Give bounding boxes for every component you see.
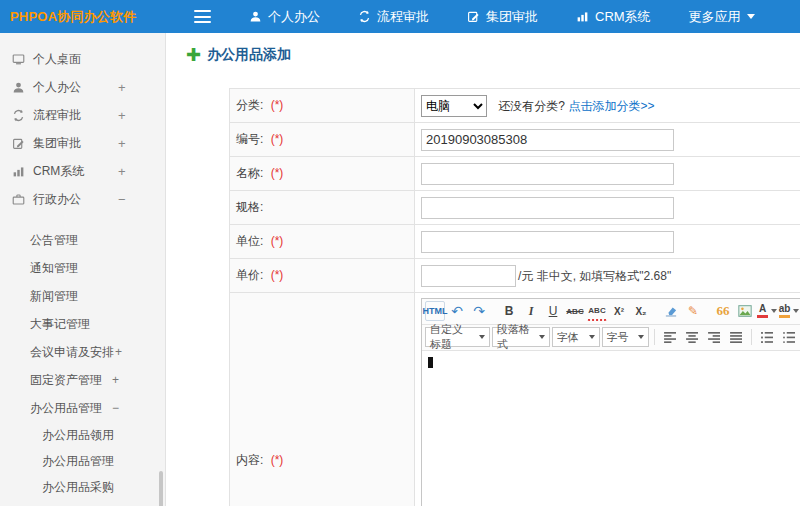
expand-toggle[interactable]: + <box>118 164 126 179</box>
insert-image-icon <box>738 305 752 317</box>
align-center-button[interactable] <box>682 327 702 347</box>
sidebar-item-label: 集团审批 <box>33 135 81 152</box>
sidebar-item-fixed-assets-mgmt[interactable]: 固定资产管理+ <box>0 366 165 394</box>
sidebar-item-label: 会议申请及安排 <box>30 345 114 359</box>
price-label-cell: 单价: (*) <box>230 259 415 293</box>
sidebar-item-office-supplies-mgmt[interactable]: 办公用品管理− <box>0 394 165 422</box>
source-button[interactable]: HTML <box>425 301 445 321</box>
form-row-category: 分类: (*) 电脑 还没有分类? 点击添加分类>> <box>230 89 800 123</box>
strikethrough-button[interactable]: ABC <box>565 301 585 321</box>
expand-toggle[interactable]: + <box>118 80 126 95</box>
sidebar-item-group-approval[interactable]: 集团审批 + <box>0 129 165 157</box>
form-row-content: 内容: (*) HTML ↶ ↷ B I U ABC ABC <box>230 293 800 506</box>
add-category-link[interactable]: 点击添加分类>> <box>568 99 654 113</box>
field-label: 单位: <box>236 234 263 248</box>
sidebar-item-news-mgmt[interactable]: 新闻管理 <box>0 282 165 310</box>
sidebar-item-supplies-claim[interactable]: 办公用品领用 <box>0 422 165 448</box>
nav-item-crm[interactable]: CRM系统 <box>572 0 655 33</box>
undo-button[interactable]: ↶ <box>447 301 467 321</box>
italic-button[interactable]: I <box>521 301 541 321</box>
eraser-button[interactable] <box>661 301 681 321</box>
spec-input[interactable] <box>421 197 674 219</box>
sidebar-item-label: 个人桌面 <box>33 51 81 68</box>
required-mark: (*) <box>271 234 284 248</box>
category-select[interactable]: 电脑 <box>421 95 487 117</box>
sidebar-item-memorabilia-mgmt[interactable]: 大事记管理 <box>0 310 165 338</box>
eraser-icon <box>664 305 678 317</box>
nav-item-personal-office[interactable]: 个人办公 <box>245 0 324 33</box>
format-brush-button[interactable]: ✎ <box>683 301 703 321</box>
sidebar-item-admin-office[interactable]: 行政办公 − <box>0 185 165 213</box>
form-row-spec: 规格: <box>230 191 800 225</box>
font-size-select[interactable]: 字号 <box>602 327 650 347</box>
superscript-button[interactable]: X² <box>609 301 629 321</box>
sidebar-item-label: 个人办公 <box>33 79 81 96</box>
briefcase-icon <box>12 193 25 206</box>
editor-content-area[interactable] <box>422 351 800 506</box>
rich-text-editor: HTML ↶ ↷ B I U ABC ABC X² X₂ <box>421 298 800 506</box>
collapse-toggle[interactable]: − <box>118 192 126 207</box>
redo-button[interactable]: ↷ <box>469 301 489 321</box>
hamburger-menu-icon[interactable] <box>194 10 211 23</box>
expand-toggle[interactable]: + <box>118 136 126 151</box>
sidebar-item-supplies-purchase[interactable]: 办公用品采购 <box>0 474 165 500</box>
image-button[interactable] <box>735 301 755 321</box>
expand-toggle[interactable]: + <box>118 108 126 123</box>
sidebar-item-label: 办公用品领用 <box>42 428 114 442</box>
font-color-button[interactable]: A <box>757 301 777 321</box>
sidebar-item-announcement-mgmt[interactable]: 公告管理 <box>0 226 165 254</box>
nav-item-group-approval[interactable]: 集团审批 <box>463 0 542 33</box>
unit-input[interactable] <box>421 231 674 253</box>
number-input[interactable] <box>421 129 674 151</box>
nav-item-flow-approval[interactable]: 流程审批 <box>354 0 433 33</box>
sidebar-item-notice-mgmt[interactable]: 通知管理 <box>0 254 165 282</box>
align-left-button[interactable] <box>660 327 680 347</box>
form-row-name: 名称: (*) <box>230 157 800 191</box>
align-justify-button[interactable] <box>726 327 746 347</box>
dropdown-label: 段落格式 <box>497 322 533 352</box>
sidebar-item-crm[interactable]: CRM系统 + <box>0 157 165 185</box>
field-label: 编号: <box>236 132 263 146</box>
form-row-unit: 单位: (*) <box>230 225 800 259</box>
custom-title-select[interactable]: 自定义标题 <box>425 327 490 347</box>
user-icon <box>12 81 25 94</box>
expand-toggle[interactable]: + <box>112 373 119 387</box>
sidebar-item-personal-desktop[interactable]: 个人桌面 <box>0 45 165 73</box>
unordered-list-icon <box>783 332 796 343</box>
highlight-color-bar <box>779 315 790 318</box>
sidebar-item-flow-approval[interactable]: 流程审批 + <box>0 101 165 129</box>
blockquote-button[interactable]: 66 <box>713 301 733 321</box>
sidebar-item-personal-office[interactable]: 个人办公 + <box>0 73 165 101</box>
expand-toggle[interactable]: + <box>115 345 122 359</box>
bold-button[interactable]: B <box>499 301 519 321</box>
name-input[interactable] <box>421 163 674 185</box>
content-value-cell: HTML ↶ ↷ B I U ABC ABC X² X₂ <box>415 293 800 506</box>
unit-label-cell: 单位: (*) <box>230 225 415 259</box>
sidebar-item-label: 新闻管理 <box>30 289 78 303</box>
desktop-icon <box>12 53 25 66</box>
sidebar-item-supplies-manage[interactable]: 办公用品管理 <box>0 448 165 474</box>
nav-item-label: 更多应用 <box>689 8 741 26</box>
align-right-button[interactable] <box>704 327 724 347</box>
editor-toolbar-row2: 自定义标题 段落格式 字体 字号 <box>422 325 800 351</box>
sidebar-scrollbar[interactable] <box>159 471 163 506</box>
nav-item-label: 集团审批 <box>486 8 538 26</box>
category-value-cell: 电脑 还没有分类? 点击添加分类>> <box>415 89 800 123</box>
collapse-toggle[interactable]: − <box>112 401 119 415</box>
ordered-list-icon <box>761 332 774 343</box>
nav-item-label: 个人办公 <box>268 8 320 26</box>
font-family-select[interactable]: 字体 <box>552 327 600 347</box>
paragraph-format-select[interactable]: 段落格式 <box>492 327 550 347</box>
sidebar-item-label: 通知管理 <box>30 261 78 275</box>
sidebar-item-meeting-request[interactable]: 会议申请及安排+ <box>0 338 165 366</box>
ordered-list-button[interactable] <box>757 327 777 347</box>
content-label-cell: 内容: (*) <box>230 293 415 506</box>
underline-button[interactable]: U <box>543 301 563 321</box>
highlight-button[interactable]: ab <box>779 301 799 321</box>
nav-item-more-apps[interactable]: 更多应用 <box>685 0 759 33</box>
spellcheck-button[interactable]: ABC <box>587 301 607 321</box>
price-input[interactable] <box>421 265 516 287</box>
unordered-list-button[interactable] <box>779 327 799 347</box>
field-label: 规格: <box>236 200 263 214</box>
subscript-button[interactable]: X₂ <box>631 301 651 321</box>
